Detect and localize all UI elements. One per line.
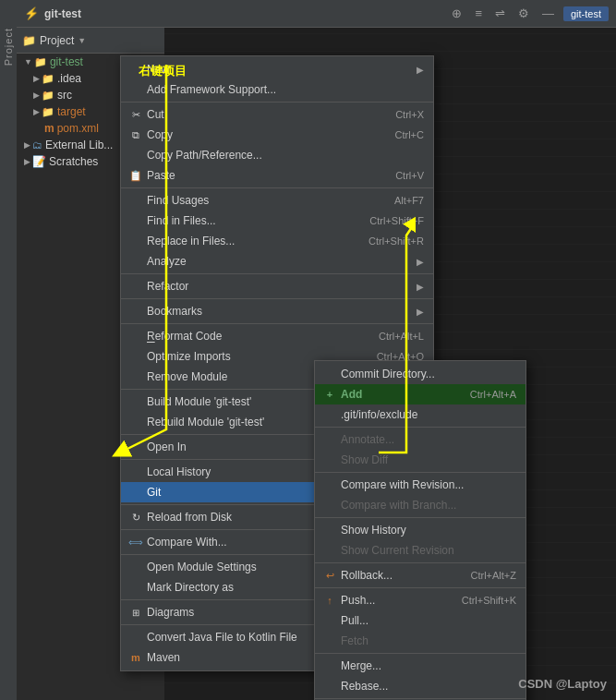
target-folder-icon: 📁 <box>42 106 54 118</box>
optimize-label: Optimize Imports <box>147 350 231 363</box>
scratches-icon: 📝 <box>32 155 46 168</box>
git-menu-label: Git <box>147 486 161 499</box>
reload-label: Reload from Disk <box>147 511 232 524</box>
copy-label: Copy <box>147 128 173 141</box>
folder-icon: 📁 <box>22 34 36 47</box>
git-commit-dir[interactable]: Commit Directory... <box>315 364 525 384</box>
show-current-label: Show Current Revision <box>341 544 454 557</box>
add-label: Add <box>341 388 362 401</box>
menu-item-refactor[interactable]: Refactor ▶ <box>121 276 433 296</box>
push-icon: ↑ <box>322 593 337 608</box>
replace-label: Replace in Files... <box>147 235 235 247</box>
git-annotate[interactable]: Annotate... <box>315 429 525 450</box>
refactor-arrow: ▶ <box>417 282 424 292</box>
git-show-diff[interactable]: Show Diff <box>315 450 525 470</box>
show-history-label: Show History <box>341 524 406 537</box>
git-push[interactable]: ↑ Push... Ctrl+Shift+K <box>315 590 525 610</box>
copy-path-label: Copy Path/Reference... <box>147 149 262 162</box>
expand-arrow: ▼ <box>24 57 32 66</box>
new-submenu-arrow: ▶ <box>417 65 424 75</box>
separator-2 <box>121 187 433 188</box>
git-gitinfo-exclude[interactable]: .git/info/exclude <box>315 404 525 425</box>
dropdown-arrow[interactable]: ▼ <box>78 36 86 45</box>
menu-item-paste[interactable]: 📋 Paste Ctrl+V <box>121 165 433 186</box>
bookmarks-arrow: ▶ <box>417 307 424 317</box>
separator-4 <box>121 298 433 299</box>
rollback-shortcut: Ctrl+Alt+Z <box>452 570 516 581</box>
sidebar-label: Project <box>3 28 14 66</box>
merge-label: Merge... <box>341 659 381 672</box>
find-usages-label: Find Usages <box>147 194 209 207</box>
pull-label: Pull... <box>341 614 368 627</box>
reformat-shortcut: Ctrl+Alt+L <box>360 331 424 342</box>
refactor-label: Refactor <box>147 280 188 293</box>
paste-icon: 📋 <box>128 168 143 183</box>
add-framework-label: Add Framework Support... <box>147 83 276 96</box>
menu-item-analyze[interactable]: Analyze ▶ <box>121 251 433 272</box>
fetch-label: Fetch <box>341 634 368 647</box>
build-label: Build Module 'git-test' <box>147 395 251 408</box>
find-usages-shortcut: Alt+F7 <box>376 195 424 206</box>
push-shortcut: Ctrl+Shift+K <box>443 595 516 606</box>
git-icon: ⚡ <box>24 6 39 20</box>
find-files-shortcut: Ctrl+Shift+F <box>351 215 424 226</box>
add-icon: + <box>322 387 337 402</box>
separator-5 <box>121 323 433 324</box>
git-show-history[interactable]: Show History <box>315 520 525 540</box>
menu-item-replace[interactable]: Replace in Files... Ctrl+Shift+R <box>121 231 433 251</box>
maven-icon: m <box>44 122 54 135</box>
open-in-label: Open In <box>147 441 187 453</box>
idea-label: .idea <box>57 72 81 85</box>
git-sep-4 <box>315 562 525 563</box>
git-compare-revision[interactable]: Compare with Revision... <box>315 475 525 495</box>
rebuild-label: Rebuild Module 'git-test' <box>147 416 264 428</box>
menu-item-copy-path[interactable]: Copy Path/Reference... <box>121 145 433 165</box>
sync-icon[interactable]: ⇌ <box>491 5 509 22</box>
menu-item-reformat[interactable]: Reformat Code Ctrl+Alt+L <box>121 326 433 346</box>
target-label: target <box>57 105 86 118</box>
add-icon[interactable]: ⊕ <box>448 5 465 22</box>
git-show-current[interactable]: Show Current Revision <box>315 540 525 561</box>
reload-icon: ↻ <box>128 510 143 525</box>
maven-menu-icon: m <box>128 650 143 665</box>
minimize-icon[interactable]: — <box>538 5 558 22</box>
list-icon[interactable]: ≡ <box>471 5 486 22</box>
menu-item-find-usages[interactable]: Find Usages Alt+F7 <box>121 190 433 211</box>
git-sep-5 <box>315 587 525 588</box>
convert-java-label: Convert Java File to Kotlin File <box>147 631 297 644</box>
git-fetch[interactable]: Fetch <box>315 631 525 651</box>
git-compare-branch[interactable]: Compare with Branch... <box>315 495 525 515</box>
app-title: git-test <box>44 7 81 20</box>
menu-item-bookmarks[interactable]: Bookmarks ▶ <box>121 301 433 321</box>
git-merge[interactable]: Merge... <box>315 656 525 676</box>
git-rebase[interactable]: Rebase... <box>315 676 525 696</box>
settings-icon[interactable]: ⚙ <box>514 5 533 22</box>
menu-item-cut[interactable]: ✂ Cut Ctrl+X <box>121 104 433 125</box>
gitinfo-label: .git/info/exclude <box>341 408 417 421</box>
git-add[interactable]: + Add Ctrl+Alt+A <box>315 384 525 404</box>
rollback-icon: ↩ <box>322 568 337 583</box>
root-label: git-test <box>50 55 83 68</box>
paste-shortcut: Ctrl+V <box>377 170 424 181</box>
git-rollback[interactable]: ↩ Rollback... Ctrl+Alt+Z <box>315 565 525 585</box>
external-label: External Lib... <box>45 139 113 151</box>
menu-item-copy[interactable]: ⧉ Copy Ctrl+C <box>121 125 433 145</box>
menu-item-add-framework[interactable]: Add Framework Support... <box>121 79 433 100</box>
git-submenu: Commit Directory... + Add Ctrl+Alt+A .gi… <box>314 360 526 700</box>
top-toolbar: ⚡ git-test ⊕ ≡ ⇌ ⚙ — git-test <box>17 0 616 28</box>
mark-directory-label: Mark Directory as <box>147 581 234 594</box>
run-config[interactable]: git-test <box>563 6 609 21</box>
compare-icon: ⟺ <box>128 535 143 549</box>
left-sidebar: Project <box>0 0 17 700</box>
menu-item-find-files[interactable]: Find in Files... Ctrl+Shift+F <box>121 211 433 231</box>
diagrams-icon: ⊞ <box>128 605 143 620</box>
rebase-label: Rebase... <box>341 680 388 693</box>
git-pull[interactable]: Pull... <box>315 610 525 631</box>
src-label: src <box>57 89 72 102</box>
compare-revision-label: Compare with Revision... <box>341 478 464 491</box>
separator-3 <box>121 273 433 274</box>
analyze-arrow: ▶ <box>417 257 424 267</box>
copy-icon: ⧉ <box>128 127 143 142</box>
external-icon: 🗂 <box>32 139 42 151</box>
git-sep-3 <box>315 517 525 518</box>
